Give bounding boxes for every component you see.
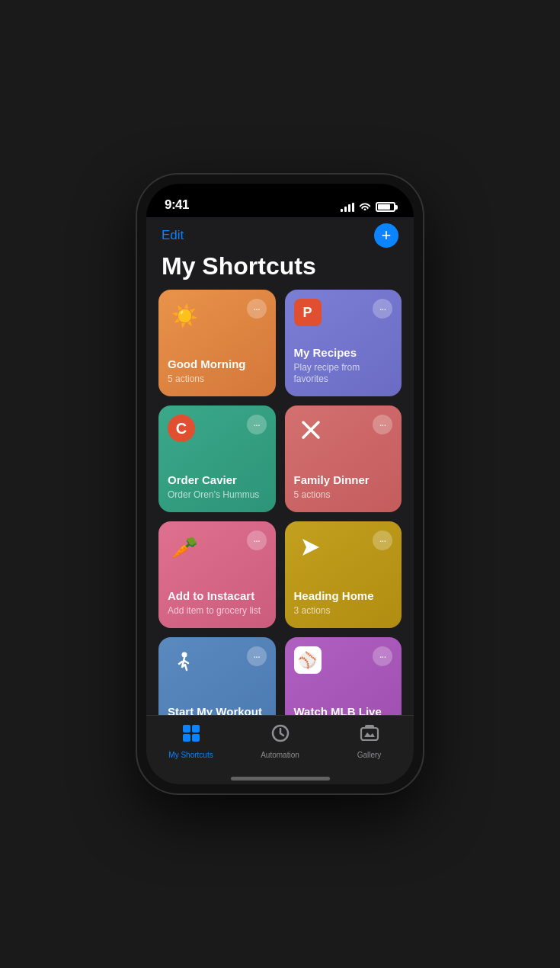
gallery-icon: [360, 723, 379, 748]
order-cavier-title: Order Cavier: [168, 473, 267, 487]
status-time: 9:41: [165, 197, 189, 213]
ellipsis-icon: ···: [253, 303, 260, 315]
workout-icon: [168, 646, 201, 680]
automation-label: Automation: [261, 751, 299, 759]
add-button[interactable]: +: [374, 223, 398, 248]
mlb-icon: ⚾: [294, 646, 322, 674]
good-morning-title: Good Morning: [168, 357, 267, 371]
heading-home-more-button[interactable]: ···: [373, 530, 392, 550]
my-recipes-more-button[interactable]: ···: [373, 299, 392, 319]
home-bar: [231, 777, 330, 780]
phone-device: 9:41 Edit: [137, 175, 423, 793]
ellipsis-icon: ···: [379, 650, 386, 662]
mlb-more-button[interactable]: ···: [373, 646, 392, 666]
tab-bar: My Shortcuts Automation: [146, 715, 414, 778]
page-title: My Shortcuts: [146, 251, 414, 290]
card-top: ☀️ ···: [168, 299, 267, 332]
order-cavier-subtitle: Order Oren's Hummus: [168, 489, 267, 502]
my-recipes-icon: P: [294, 299, 322, 326]
card-top: ···: [294, 530, 393, 564]
notch: [223, 184, 338, 205]
card-top: ···: [168, 646, 267, 680]
shortcut-card-watch-mlb[interactable]: ⚾ ··· Watch MLB Live Play live Giants ga…: [285, 637, 402, 715]
family-dinner-icon: [294, 415, 328, 448]
signal-icon: [341, 203, 354, 212]
battery-fill: [378, 204, 390, 210]
heading-home-title: Heading Home: [294, 589, 393, 603]
workout-title: Start My Workout: [168, 705, 267, 715]
order-cavier-icon: C: [168, 415, 195, 442]
heading-home-subtitle: 3 actions: [294, 605, 393, 617]
gallery-label: Gallery: [357, 751, 382, 759]
instacart-more-button[interactable]: ···: [247, 530, 267, 550]
shortcut-card-my-recipes[interactable]: P ··· My Recipes Play recipe from favori…: [285, 290, 402, 396]
card-top: P ···: [294, 299, 393, 326]
good-morning-more-button[interactable]: ···: [247, 299, 267, 319]
nav-bar: Edit +: [146, 217, 414, 251]
mlb-title: Watch MLB Live: [294, 705, 393, 715]
family-dinner-subtitle: 5 actions: [294, 489, 393, 502]
instacart-subtitle: Add item to grocery list: [168, 605, 267, 617]
family-dinner-title: Family Dinner: [294, 473, 393, 487]
card-top: ···: [294, 415, 393, 448]
card-top: ⚾ ···: [294, 646, 393, 674]
svg-marker-2: [302, 539, 319, 556]
shortcut-card-family-dinner[interactable]: ··· Family Dinner 5 actions: [285, 405, 402, 512]
order-cavier-more-button[interactable]: ···: [247, 415, 267, 434]
instacart-title: Add to Instacart: [168, 589, 267, 603]
tab-automation[interactable]: Automation: [254, 723, 307, 759]
svg-rect-8: [192, 725, 200, 732]
svg-rect-7: [183, 725, 190, 732]
ellipsis-icon: ···: [379, 534, 386, 547]
heading-home-icon: [294, 530, 328, 564]
screen-content: Edit + My Shortcuts ☀️: [146, 217, 414, 784]
card-top: 🥕 ···: [168, 530, 267, 564]
my-recipes-subtitle: Play recipe from favorites: [294, 362, 393, 386]
svg-rect-9: [183, 734, 190, 742]
shortcut-card-heading-home[interactable]: ··· Heading Home 3 actions: [285, 521, 402, 628]
instacart-icon: 🥕: [168, 530, 201, 564]
plus-icon: +: [382, 227, 392, 244]
tab-my-shortcuts[interactable]: My Shortcuts: [165, 723, 218, 759]
ellipsis-icon: ···: [253, 650, 260, 662]
shortcuts-grid: ☀️ ··· Good Morning 5 actions: [158, 290, 402, 715]
ellipsis-icon: ···: [379, 418, 386, 431]
shortcut-card-add-instacart[interactable]: 🥕 ··· Add to Instacart Add item to groce…: [158, 521, 276, 628]
good-morning-subtitle: 5 actions: [168, 373, 267, 386]
tab-gallery[interactable]: Gallery: [343, 723, 396, 759]
shortcut-card-order-cavier[interactable]: C ··· Order Cavier Order Oren's Hummus: [158, 405, 276, 512]
home-indicator: [146, 778, 414, 784]
svg-rect-12: [361, 728, 378, 740]
shortcut-card-start-workout[interactable]: ··· Start My Workout 3 actions: [158, 637, 276, 715]
svg-rect-10: [192, 734, 200, 742]
status-icons: [341, 201, 395, 213]
svg-rect-13: [365, 725, 374, 729]
good-morning-icon: ☀️: [168, 299, 201, 332]
my-shortcuts-icon: [181, 723, 201, 748]
edit-button[interactable]: Edit: [162, 228, 184, 243]
my-recipes-title: My Recipes: [294, 346, 393, 360]
ellipsis-icon: ···: [379, 303, 386, 315]
my-shortcuts-label: My Shortcuts: [168, 751, 213, 759]
shortcuts-scroll[interactable]: ☀️ ··· Good Morning 5 actions: [146, 290, 414, 715]
battery-icon: [376, 202, 395, 212]
svg-point-3: [182, 652, 187, 658]
phone-screen: 9:41 Edit: [146, 184, 414, 784]
shortcut-card-good-morning[interactable]: ☀️ ··· Good Morning 5 actions: [158, 290, 276, 396]
family-dinner-more-button[interactable]: ···: [373, 415, 392, 434]
wifi-icon: [359, 201, 371, 213]
automation-icon: [270, 723, 290, 748]
workout-more-button[interactable]: ···: [247, 646, 267, 666]
ellipsis-icon: ···: [253, 534, 260, 547]
ellipsis-icon: ···: [253, 418, 260, 431]
card-top: C ···: [168, 415, 267, 442]
